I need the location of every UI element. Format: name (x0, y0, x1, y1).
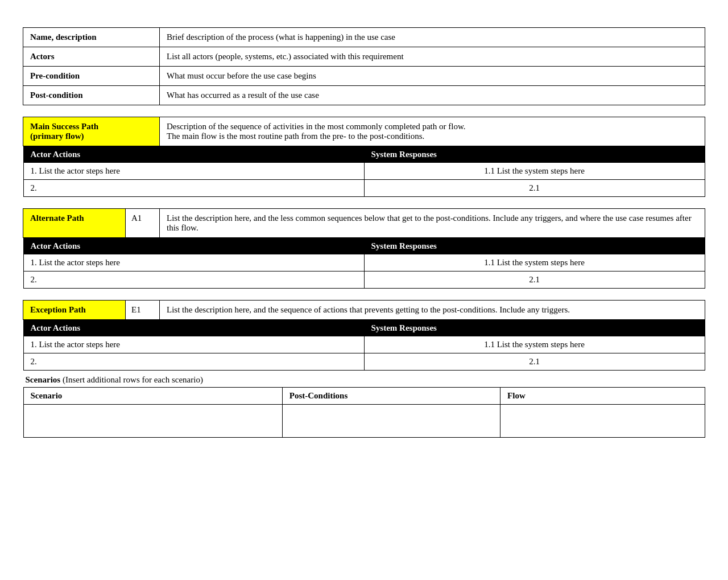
exc-system-header: System Responses (364, 320, 705, 336)
exc-actor-row1: 1. List the actor steps here (23, 336, 364, 353)
scenario-col2-header: Post-Conditions (282, 388, 500, 405)
info-value: Brief description of the process (what i… (160, 28, 705, 47)
info-value: What must occur before the use case begi… (160, 67, 705, 86)
alternate-label: Alternate Path (23, 209, 126, 238)
info-value: What has occurred as a result of the use… (160, 86, 705, 105)
main-actor-row2: 2. (23, 180, 364, 197)
main-system-header: System Responses (364, 147, 705, 163)
info-label: Pre-condition (23, 67, 160, 86)
scenarios-label: Scenarios (26, 375, 61, 384)
alt-actor-row2: 2. (23, 272, 364, 289)
alt-actor-header: Actor Actions (23, 238, 364, 254)
main-actor-row1: 1. List the actor steps here (23, 163, 364, 180)
main-success-value: Description of the sequence of activitie… (160, 117, 705, 146)
exc-actor-header: Actor Actions (23, 320, 364, 336)
exception-value: List the description here, and the seque… (160, 301, 705, 320)
exc-system-row2: 2.1 (364, 353, 705, 371)
main-success-label: Main Success Path (primary flow) (23, 117, 160, 146)
info-label: Actors (23, 47, 160, 67)
alt-system-row1: 1.1 List the system steps here (364, 254, 705, 272)
alt-system-row2: 2.1 (364, 272, 705, 289)
exc-actor-row2: 2. (23, 353, 364, 371)
info-row: Post-condition What has occurred as a re… (23, 86, 705, 105)
alt-actor-row1: 1. List the actor steps here (23, 254, 364, 272)
exception-path-table: Exception Path E1 List the description h… (23, 300, 705, 438)
main-actor-header: Actor Actions (23, 147, 364, 163)
info-row: Name, description Brief description of t… (23, 28, 705, 47)
scenarios-note: (Insert additional rows for each scenari… (63, 375, 203, 384)
info-row: Actors List all actors (people, systems,… (23, 47, 705, 67)
main-success-table: Main Success Path (primary flow) Descrip… (23, 117, 705, 197)
info-label: Post-condition (23, 86, 160, 105)
exception-label: Exception Path (23, 301, 126, 320)
alternate-value: List the description here, and the less … (160, 209, 705, 238)
main-system-row2: 2.1 (364, 180, 705, 197)
exc-system-row1: 1.1 List the system steps here (364, 336, 705, 353)
main-system-row1: 1.1 List the system steps here (364, 163, 705, 180)
alternate-path-table: Alternate Path A1 List the description h… (23, 208, 705, 289)
info-table: Name, description Brief description of t… (23, 27, 705, 105)
alternate-id: A1 (126, 209, 160, 238)
exception-id: E1 (126, 301, 160, 320)
scenario-col3-header: Flow (500, 388, 705, 405)
info-value: List all actors (people, systems, etc.) … (160, 47, 705, 67)
info-row: Pre-condition What must occur before the… (23, 67, 705, 86)
info-label: Name, description (23, 28, 160, 47)
scenario-col1-header: Scenario (23, 388, 282, 405)
alt-system-header: System Responses (364, 238, 705, 254)
